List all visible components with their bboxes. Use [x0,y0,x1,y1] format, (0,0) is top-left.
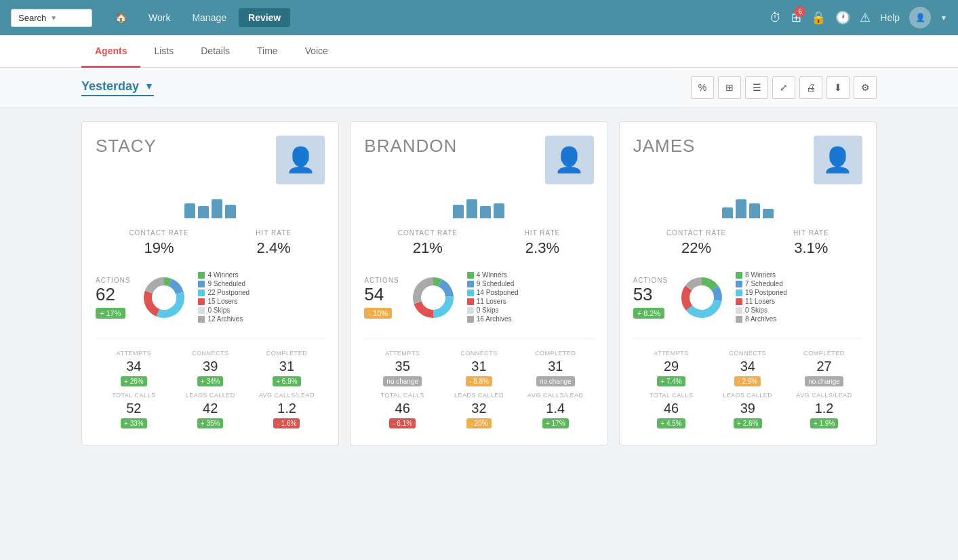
stat-cell-2: COMPLETED 27 no change [786,347,862,389]
secondary-navigation: Agents Lists Details Time Voice [0,35,958,68]
stat-label-5: AVG CALLS/LEAD [520,392,591,399]
donut-chart [675,271,729,325]
legend-label: 0 Skips [207,306,230,314]
avatar-dropdown-icon[interactable]: ▼ [940,14,947,22]
user-avatar[interactable]: 👤 [909,7,931,28]
agent-card-2: JAMES 👤 CONTACT RATE 22% HIT RATE 3.1% A… [619,121,877,445]
actions-col: ACTIONS 54 - 10% [364,277,399,319]
tab-voice[interactable]: Voice [292,36,342,68]
date-dropdown-icon: ▼ [144,81,154,92]
grid-icon[interactable]: ⊞ 6 [791,10,801,25]
nav-review[interactable]: Review [239,8,290,27]
legend-dot [198,307,205,314]
stat-label-4: LEADS CALLED [175,392,246,399]
date-selector[interactable]: Yesterday ▼ [81,79,154,96]
toolbar: Yesterday ▼ % ⊞ ☰ ⤢ 🖨 ⬇ ⚙ [0,68,958,108]
top-navigation: Search ▼ 🏠 Work Manage Review ⏱ ⊞ 6 🔒 🕐 … [0,0,958,35]
nav-right: ⏱ ⊞ 6 🔒 🕐 ⚠ Help 👤 ▼ [770,7,947,28]
stats-grid: ATTEMPTS 29 + 7.4% CONNECTS 34 - 2.9% CO… [633,338,862,431]
legend-item: 22 Postponed [198,289,325,296]
stat-value-4: 32 [443,401,515,416]
stat-value-5: 1.2 [252,401,323,416]
stat-label-5: AVG CALLS/LEAD [252,392,323,399]
bar-segment [184,203,195,218]
expand-button[interactable]: ⤢ [772,76,795,99]
stat-label-1: CONNECTS [443,350,515,357]
agent-photo: 👤 [545,136,594,184]
stat-value-0: 35 [367,359,438,374]
stat-badge-0: + 7.4% [657,376,685,386]
stat-cell-5: AVG CALLS/LEAD 1.2 + 1.9% [786,389,862,431]
stat-value-3: 46 [636,401,707,416]
download-button[interactable]: ⬇ [826,76,850,99]
stat-value-2: 31 [252,359,323,374]
stat-label-5: AVG CALLS/LEAD [789,392,860,399]
stat-badge-2: no change [805,376,843,386]
actions-count: 62 [96,284,130,305]
stat-label-1: CONNECTS [175,350,246,357]
agent-name: STACY [96,136,157,157]
mini-chart [633,191,862,218]
stat-value-2: 27 [789,359,860,374]
legend-label: 11 Losers [477,298,506,305]
bar-segment [198,206,209,218]
stat-value-3: 52 [98,401,169,416]
agent-name: BRANDON [364,136,457,157]
hit-rate-value: 3.1% [793,239,829,257]
stat-badge-5: + 17% [542,418,569,428]
tab-details[interactable]: Details [187,36,243,68]
tab-agents[interactable]: Agents [81,36,140,68]
list-view-button[interactable]: ☰ [745,76,768,99]
search-box[interactable]: Search ▼ [11,9,92,27]
hit-rate-label: HIT RATE [793,229,829,237]
hit-rate: HIT RATE 2.4% [256,229,292,257]
legend-dot [736,298,742,305]
stat-label-1: CONNECTS [712,350,783,357]
history-icon[interactable]: ⏱ [770,11,782,25]
settings-button[interactable]: ⚙ [854,76,877,99]
legend-item: 9 Scheduled [467,280,594,287]
legend-dot [467,272,474,279]
print-button[interactable]: 🖨 [799,76,822,99]
contact-rate-label: CONTACT RATE [666,229,726,237]
legend-dot [736,289,742,296]
legend-label: 19 Postponed [745,289,787,296]
tab-time[interactable]: Time [243,36,292,68]
stat-cell-0: ATTEMPTS 34 + 26% [96,347,172,389]
stat-cell-3: TOTAL CALLS 52 + 33% [96,389,172,431]
legend-item: 0 Skips [198,306,325,314]
stat-value-1: 39 [175,359,246,374]
card-header: STACY 👤 [96,136,325,184]
legend-dot [198,316,205,323]
lock-icon[interactable]: 🔒 [811,10,826,25]
grid-view-button[interactable]: ⊞ [718,76,741,99]
contact-rate: CONTACT RATE 22% [666,229,726,257]
legend-label: 16 Archives [477,315,512,323]
stats-grid: ATTEMPTS 34 + 26% CONNECTS 39 + 34% COMP… [96,338,325,431]
legend-dot [736,307,742,314]
nav-home-icon[interactable]: 🏠 [106,8,136,27]
percent-button[interactable]: % [691,76,714,99]
stat-cell-3: TOTAL CALLS 46 + 4.5% [633,389,710,431]
stat-label-3: TOTAL CALLS [367,392,438,399]
tab-lists[interactable]: Lists [140,36,187,68]
nav-work[interactable]: Work [139,8,180,27]
legend-label: 12 Archives [207,315,243,323]
warning-icon[interactable]: ⚠ [860,10,871,25]
stat-badge-1: - 2.9% [734,376,761,386]
bar-segment [749,203,760,218]
legend-label: 0 Skips [477,306,499,314]
help-link[interactable]: Help [880,12,900,23]
stat-value-4: 42 [175,401,246,416]
clock-icon[interactable]: 🕐 [835,10,850,25]
date-label: Yesterday [81,79,139,94]
stat-label-2: COMPLETED [252,350,323,357]
stat-label-3: TOTAL CALLS [98,392,169,399]
legend-dot [467,298,474,305]
stat-label-0: ATTEMPTS [98,350,169,357]
actions-section: ACTIONS 53 + 8.2% 8 Winners 7 Scheduled … [633,271,862,325]
nav-manage[interactable]: Manage [182,8,236,27]
legend-item: 9 Scheduled [198,280,325,287]
stat-cell-0: ATTEMPTS 29 + 7.4% [633,347,710,389]
legend-item: 4 Winners [198,271,325,279]
